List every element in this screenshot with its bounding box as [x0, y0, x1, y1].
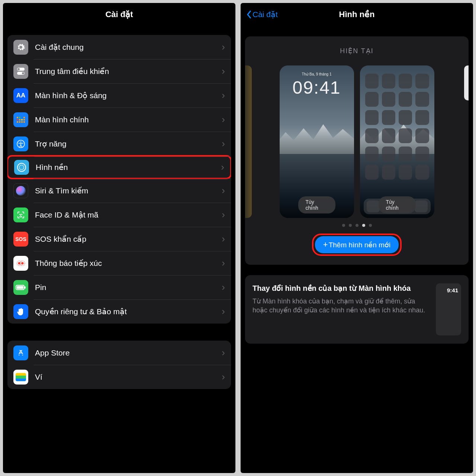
row-battery[interactable]: Pin ›	[7, 275, 231, 299]
exposure-icon	[13, 256, 28, 271]
info-body: Từ Màn hình khóa của bạn, chạm và giữ để…	[253, 297, 429, 315]
text-size-icon: AA	[13, 88, 28, 103]
lock-date: Thứ Ba, 9 tháng 1	[280, 72, 354, 76]
settings-group-1: Cài đặt chung › Trung tâm điều khiển › A…	[7, 35, 231, 324]
row-wallpaper[interactable]: Hình nền ›	[7, 155, 231, 179]
back-button[interactable]: Cài đặt	[246, 9, 278, 20]
row-label: Quyền riêng tư & Bảo mật	[35, 307, 222, 316]
row-label: Pin	[35, 283, 222, 292]
row-home-screen[interactable]: Màn hình chính ›	[7, 107, 231, 132]
appstore-icon	[13, 345, 28, 360]
lockscreen-preview[interactable]: Thứ Ba, 9 tháng 1 09:41 Tùy chỉnh	[280, 65, 354, 218]
svg-rect-7	[17, 286, 23, 289]
homescreen-preview[interactable]: Tùy chỉnh	[360, 65, 434, 218]
row-label: Hình nền	[36, 163, 221, 172]
chevron-right-icon: ›	[222, 185, 225, 196]
dot[interactable]	[369, 224, 372, 227]
chevron-right-icon: ›	[222, 233, 225, 245]
svg-point-1	[20, 141, 21, 142]
chevron-left-icon	[246, 9, 253, 20]
info-title: Thay đổi hình nền của bạn từ Màn hình kh…	[253, 283, 429, 293]
info-thumbnail: 9:41	[436, 283, 461, 335]
toggles-icon	[13, 64, 28, 79]
row-label: SOS khẩn cấp	[35, 235, 222, 244]
chevron-right-icon: ›	[222, 371, 225, 383]
info-card: Thay đổi hình nền của bạn từ Màn hình kh…	[245, 275, 469, 344]
add-wallpaper-label: Thêm hình nền mới	[329, 241, 391, 249]
flower-icon	[14, 160, 29, 175]
row-faceid[interactable]: Face ID & Mật mã ›	[7, 203, 231, 227]
siri-icon	[13, 183, 28, 198]
row-wallet[interactable]: Ví ›	[7, 365, 231, 389]
chevron-right-icon: ›	[222, 114, 225, 125]
row-label: Trung tâm điều khiển	[35, 67, 222, 76]
chevron-right-icon: ›	[221, 161, 224, 173]
customize-lock-button[interactable]: Tùy chỉnh	[298, 196, 335, 213]
row-control-center[interactable]: Trung tâm điều khiển ›	[7, 59, 231, 83]
wallet-icon	[13, 370, 28, 385]
nav-title: Hình nền	[339, 10, 375, 19]
next-wallpaper-peek[interactable]	[464, 65, 469, 100]
dot[interactable]	[349, 224, 352, 227]
row-display[interactable]: AA Màn hình & Độ sáng ›	[7, 83, 231, 107]
section-title: HIỆN TẠI	[340, 47, 374, 55]
row-privacy[interactable]: Quyền riêng tư & Bảo mật ›	[7, 299, 231, 324]
homescreen-grid	[365, 74, 429, 196]
row-label: Màn hình & Độ sáng	[35, 91, 222, 100]
settings-panel: Cài đặt Cài đặt chung › Trung tâm điều k…	[3, 3, 235, 473]
current-wallpaper-card: HIỆN TẠI Thứ Ba, 9 tháng 1 09:41 Tùy chỉ…	[245, 36, 469, 265]
chevron-right-icon: ›	[222, 257, 225, 269]
gear-icon	[13, 40, 28, 55]
back-label: Cài đặt	[253, 10, 278, 19]
app-grid-icon	[13, 112, 28, 127]
add-wallpaper-button[interactable]: + Thêm hình nền mới	[315, 236, 399, 253]
chevron-right-icon: ›	[222, 90, 225, 101]
row-siri[interactable]: Siri & Tìm kiếm ›	[7, 178, 231, 203]
row-general[interactable]: Cài đặt chung ›	[7, 35, 231, 59]
nav-bar: Cài đặt	[3, 3, 235, 26]
row-label: Ví	[35, 373, 222, 382]
dot-active[interactable]	[362, 224, 365, 227]
wallpaper-previews[interactable]: Thứ Ba, 9 tháng 1 09:41 Tùy chỉnh Tùy c	[252, 65, 462, 218]
chevron-right-icon: ›	[222, 65, 225, 77]
customize-home-button[interactable]: Tùy chỉnh	[379, 196, 416, 213]
row-label: Siri & Tìm kiếm	[35, 186, 222, 195]
chevron-right-icon: ›	[222, 347, 225, 358]
row-label: Face ID & Mật mã	[35, 210, 222, 219]
settings-list[interactable]: Cài đặt chung › Trung tâm điều khiển › A…	[3, 26, 235, 473]
battery-icon	[13, 280, 28, 295]
row-label: Thông báo tiếp xúc	[35, 259, 222, 268]
add-wallpaper-highlight: + Thêm hình nền mới	[312, 234, 402, 256]
svg-rect-8	[25, 286, 26, 289]
page-dots[interactable]	[342, 224, 372, 227]
row-label: Cài đặt chung	[35, 43, 222, 52]
thumb-time: 9:41	[447, 287, 458, 293]
faceid-icon	[13, 208, 28, 222]
prev-wallpaper-peek[interactable]	[245, 65, 252, 218]
dot[interactable]	[356, 224, 358, 227]
lock-time: 09:41	[280, 77, 354, 98]
row-sos[interactable]: SOS SOS khẩn cấp ›	[7, 227, 231, 251]
chevron-right-icon: ›	[222, 282, 225, 293]
row-appstore[interactable]: App Store ›	[7, 341, 231, 365]
accessibility-icon	[13, 136, 28, 151]
row-label: App Store	[35, 348, 222, 357]
row-exposure[interactable]: Thông báo tiếp xúc ›	[7, 251, 231, 275]
row-label: Trợ năng	[35, 139, 222, 148]
row-label: Màn hình chính	[35, 115, 222, 124]
settings-group-2: App Store › Ví ›	[7, 341, 231, 389]
chevron-right-icon: ›	[222, 209, 225, 221]
sos-icon: SOS	[13, 232, 28, 247]
hand-icon	[13, 304, 28, 319]
chevron-right-icon: ›	[222, 306, 225, 317]
dot[interactable]	[342, 224, 345, 227]
row-accessibility[interactable]: Trợ năng ›	[7, 132, 231, 156]
chevron-right-icon: ›	[222, 138, 225, 149]
nav-title: Cài đặt	[105, 10, 133, 19]
nav-bar: Cài đặt Hình nền	[241, 3, 473, 26]
chevron-right-icon: ›	[222, 41, 225, 53]
wallpaper-panel: Cài đặt Hình nền HIỆN TẠI Thứ Ba, 9 thán…	[241, 3, 473, 473]
plus-icon: +	[323, 240, 328, 250]
